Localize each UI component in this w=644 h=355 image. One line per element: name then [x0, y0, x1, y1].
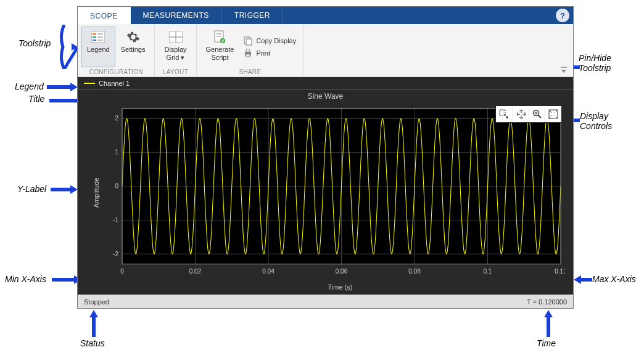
tab-measurements[interactable]: MEASUREMENTS: [131, 7, 222, 24]
svg-rect-28: [246, 54, 250, 57]
legend-channel-1: Channel 1: [99, 80, 130, 87]
generate-script-button[interactable]: Generate Script: [200, 27, 240, 67]
x-axis-label: Time (s): [78, 283, 573, 294]
display-controls: [495, 106, 562, 123]
svg-text:1: 1: [115, 148, 118, 156]
tab-header: SCOPE MEASUREMENTS TRIGGER ?: [78, 7, 573, 24]
svg-text:0.04: 0.04: [262, 267, 275, 275]
svg-rect-25: [246, 39, 252, 45]
script-icon: [212, 30, 227, 44]
display-grid-button[interactable]: Display Grid ▾: [159, 27, 192, 67]
svg-text:2: 2: [115, 114, 118, 122]
legend-button[interactable]: Legend: [81, 27, 115, 67]
svg-rect-15: [97, 36, 103, 38]
svg-text:0.12: 0.12: [555, 267, 564, 275]
svg-text:-1: -1: [113, 215, 118, 223]
annot-maxx: Max X-Axis: [592, 274, 636, 284]
scope-window: SCOPE MEASUREMENTS TRIGGER ? Legend Sett…: [77, 6, 574, 309]
annot-toolstrip: Toolstrip: [19, 38, 51, 48]
legend-icon: [91, 30, 105, 44]
pin-toolstrip-button[interactable]: [558, 65, 569, 74]
svg-rect-16: [97, 40, 103, 41]
pan-icon[interactable]: [513, 107, 529, 122]
group-configuration: CONFIGURATION: [81, 67, 151, 77]
autoscale-icon[interactable]: [497, 107, 513, 122]
annot-title: Title: [28, 94, 44, 104]
status-bar: Stopped T = 0.120000: [78, 294, 573, 308]
legend-bar: Channel 1: [78, 77, 573, 90]
svg-text:-2: -2: [113, 249, 118, 257]
annot-dispctrl: Display Controls: [580, 111, 612, 131]
annot-pinhide: Pin/Hide Toolstrip: [579, 53, 611, 73]
svg-rect-22: [217, 36, 221, 37]
annot-minx: Min X-Axis: [5, 274, 46, 284]
annot-ylabel: Y-Label: [17, 184, 46, 194]
svg-rect-11: [93, 33, 96, 35]
grid-icon: [168, 30, 183, 44]
svg-text:0: 0: [120, 267, 124, 275]
legend-swatch: [84, 83, 95, 84]
svg-rect-21: [217, 33, 221, 35]
toolstrip: Legend Settings CONFIGURATION Display Gr…: [78, 24, 573, 77]
group-layout: LAYOUT: [159, 67, 192, 77]
status-state: Stopped: [84, 298, 109, 306]
svg-rect-13: [93, 40, 96, 41]
status-time: T = 0.120000: [527, 298, 567, 306]
group-share: SHARE: [200, 67, 300, 77]
y-axis-label: Amplitude: [93, 177, 100, 207]
settings-button[interactable]: Settings: [115, 27, 151, 67]
svg-marker-1: [47, 83, 78, 91]
copy-icon: [243, 36, 253, 46]
svg-rect-12: [93, 36, 96, 38]
zoom-icon[interactable]: [529, 107, 545, 122]
help-icon[interactable]: ?: [556, 9, 569, 22]
svg-text:0.06: 0.06: [336, 267, 348, 275]
gear-icon: [126, 30, 141, 44]
annot-time: Time: [537, 338, 556, 348]
tab-trigger[interactable]: TRIGGER: [222, 7, 283, 24]
fit-icon[interactable]: [545, 107, 561, 122]
svg-marker-9: [544, 310, 553, 337]
svg-marker-30: [561, 70, 566, 73]
plot-title: Sine Wave: [78, 90, 573, 102]
svg-line-62: [538, 115, 541, 119]
svg-text:0.02: 0.02: [189, 267, 202, 275]
svg-text:0.08: 0.08: [408, 267, 421, 275]
svg-marker-5: [89, 310, 98, 337]
print-icon: [243, 48, 253, 58]
tab-scope[interactable]: SCOPE: [78, 7, 131, 24]
svg-text:0: 0: [115, 182, 118, 190]
svg-rect-27: [246, 49, 250, 52]
svg-text:0.1: 0.1: [484, 267, 492, 275]
chart-canvas[interactable]: 00.020.040.060.080.10.12-2-1012: [107, 104, 564, 278]
annot-status: Status: [80, 338, 105, 348]
svg-marker-8: [574, 275, 592, 284]
print-button[interactable]: Print: [239, 47, 300, 59]
annot-legend: Legend: [15, 81, 44, 91]
copy-display-button[interactable]: Copy Display: [239, 35, 300, 47]
svg-marker-3: [51, 185, 78, 194]
plot-area: Channel 1 Sine Wave Amplitude 00.020.040…: [78, 77, 573, 294]
svg-rect-14: [97, 33, 103, 35]
